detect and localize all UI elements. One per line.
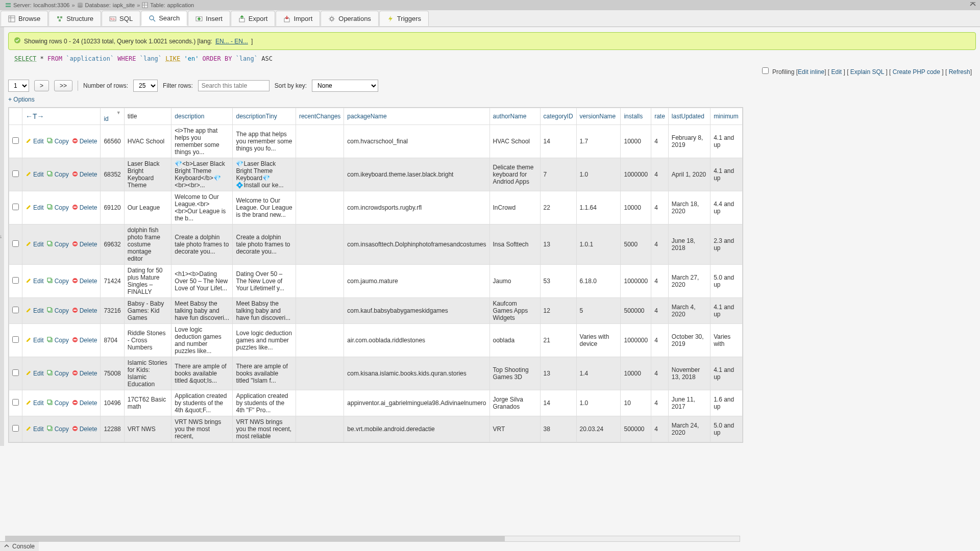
edit-inline-link[interactable]: Edit inline [798, 68, 824, 76]
cell-description[interactable]: Create a dolphin tale photo frames to de… [172, 224, 233, 265]
cell-recentChanges[interactable] [296, 357, 344, 390]
cell-lastUpdated[interactable]: March 27, 2020 [668, 265, 710, 298]
cell-lastUpdated[interactable]: February 8, 2019 [668, 125, 710, 158]
col-header-title[interactable]: title [124, 108, 172, 125]
cell-installs[interactable]: 10000 [621, 125, 651, 158]
cell-installs[interactable]: 5000 [621, 224, 651, 265]
cell-versionName[interactable]: 20.03.24 [576, 416, 621, 442]
cell-packageName[interactable]: com.jaumo.mature [344, 265, 489, 298]
cell-descriptionTiny[interactable]: Meet Babsy the talking baby and have fun… [233, 298, 296, 324]
cell-minimum[interactable]: 2.3 and up [710, 224, 743, 265]
cell-categoryID[interactable]: 53 [540, 265, 576, 298]
tab-insert[interactable]: Insert [188, 11, 230, 26]
row-checkbox[interactable] [12, 336, 19, 343]
tab-browse[interactable]: Browse [1, 11, 48, 26]
cell-rate[interactable]: 4 [651, 158, 669, 191]
cell-descriptionTiny[interactable]: Application created by students of the 4… [233, 390, 296, 416]
row-checkbox[interactable] [12, 204, 19, 210]
cell-installs[interactable]: 10000 [621, 357, 651, 390]
cell-versionName[interactable]: 1.4 [576, 357, 621, 390]
cell-installs[interactable]: 500000 [621, 416, 651, 442]
expand-nav-button[interactable]: → [0, 27, 4, 446]
cell-id[interactable]: 75008 [101, 357, 124, 390]
cell-description[interactable]: There are ample of books available title… [172, 357, 233, 390]
delete-row-link[interactable]: Delete [72, 171, 97, 179]
cell-rate[interactable]: 4 [651, 224, 669, 265]
cell-description[interactable]: Love logic deduction games and number pu… [172, 324, 233, 357]
console-toggle[interactable]: Console [0, 541, 39, 551]
tab-triggers[interactable]: Triggers [379, 11, 429, 26]
cell-lastUpdated[interactable]: November 13, 2018 [668, 357, 710, 390]
cell-installs[interactable]: 10 [621, 390, 651, 416]
cell-title[interactable]: VRT NWS [124, 416, 172, 442]
cell-descriptionTiny[interactable]: 💎Laser Black Bright Theme Keyboard💎 💠Ins… [233, 158, 296, 191]
copy-row-link[interactable]: Copy [47, 241, 69, 248]
cell-packageName[interactable]: air.com.ooblada.riddlestones [344, 324, 489, 357]
cell-authorName[interactable]: VRT [489, 416, 540, 442]
delete-row-link[interactable]: Delete [72, 204, 97, 212]
cell-descriptionTiny[interactable]: The app that helps you remember some thi… [233, 125, 296, 158]
edit-row-link[interactable]: Edit [26, 337, 44, 344]
numrows-select[interactable]: 25 [133, 80, 158, 92]
delete-row-link[interactable]: Delete [72, 399, 97, 407]
cell-title[interactable]: 17CT62 Basic math [124, 390, 172, 416]
cell-title[interactable]: Laser Black Bright Keyboard Theme [124, 158, 172, 191]
cell-title[interactable]: Riddle Stones - Cross Numbers [124, 324, 172, 357]
cell-description[interactable]: 💎<b>Laser Black Bright Theme Keyboard</b… [172, 158, 233, 191]
cell-versionName[interactable]: Varies with device [576, 324, 621, 357]
cell-versionName[interactable]: 1.0 [576, 158, 621, 191]
cell-versionName[interactable]: 1.7 [576, 125, 621, 158]
cell-categoryID[interactable]: 21 [540, 324, 576, 357]
tab-import[interactable]: Import [276, 11, 320, 26]
cell-rate[interactable]: 4 [651, 125, 669, 158]
filter-input[interactable] [198, 80, 270, 91]
cell-minimum[interactable]: 4.1 and up [710, 357, 743, 390]
cell-installs[interactable]: 10000 [621, 191, 651, 224]
cell-categoryID[interactable]: 12 [540, 298, 576, 324]
cell-authorName[interactable]: ooblada [489, 324, 540, 357]
col-header-rate[interactable]: rate [651, 108, 669, 125]
cell-id[interactable]: 10496 [101, 390, 124, 416]
sortkey-select[interactable]: None [312, 80, 378, 92]
cell-id[interactable]: 8704 [101, 324, 124, 357]
row-checkbox[interactable] [12, 277, 19, 284]
edit-row-link[interactable]: Edit [26, 138, 44, 145]
cell-authorName[interactable]: Kaufcom Games Apps Widgets [489, 298, 540, 324]
cell-descriptionTiny[interactable]: Welcome to Our League. Our League is the… [233, 191, 296, 224]
copy-row-link[interactable]: Copy [47, 370, 69, 378]
cell-description[interactable]: Meet Babsy the talking baby and have fun… [172, 298, 233, 324]
col-header-packageName[interactable]: packageName [344, 108, 489, 125]
delete-row-link[interactable]: Delete [72, 307, 97, 315]
cell-categoryID[interactable]: 13 [540, 224, 576, 265]
col-header-description[interactable]: description [172, 108, 233, 125]
cell-categoryID[interactable]: 14 [540, 390, 576, 416]
delete-row-link[interactable]: Delete [72, 337, 97, 344]
cell-rate[interactable]: 4 [651, 191, 669, 224]
toggle-width-icon[interactable]: ←T→ [26, 112, 44, 120]
delete-row-link[interactable]: Delete [72, 278, 97, 285]
refresh-link[interactable]: Refresh [949, 68, 970, 76]
cell-lastUpdated[interactable]: June 11, 2017 [668, 390, 710, 416]
cell-recentChanges[interactable] [296, 224, 344, 265]
cell-lastUpdated[interactable]: June 18, 2018 [668, 224, 710, 265]
edit-row-link[interactable]: Edit [26, 370, 44, 378]
cell-installs[interactable]: 1000000 [621, 158, 651, 191]
cell-packageName[interactable]: com.incrowdsports.rugby.rfl [344, 191, 489, 224]
cell-authorName[interactable]: Jorge Silva Granados [489, 390, 540, 416]
col-header-versionName[interactable]: versionName [576, 108, 621, 125]
cell-description[interactable]: Welcome to Our League.<br><br>Our League… [172, 191, 233, 224]
cell-packageName[interactable]: com.insasofttech.Dolphinphotoframesandco… [344, 224, 489, 265]
cell-description[interactable]: <h1><b>Dating Over 50 – The New Love of … [172, 265, 233, 298]
cell-versionName[interactable]: 1.0 [576, 390, 621, 416]
cell-title[interactable]: Dating for 50 plus Mature Singles – FINA… [124, 265, 172, 298]
breadcrumb-table[interactable]: Table: application [150, 2, 194, 8]
cell-minimum[interactable]: Varies with [710, 324, 743, 357]
cell-packageName[interactable]: com.kisana.islamic.books.kids.quran.stor… [344, 357, 489, 390]
pager-next-button[interactable]: > [34, 80, 49, 91]
col-header-id[interactable]: ▼id [101, 108, 124, 125]
col-header-categoryID[interactable]: categoryID [540, 108, 576, 125]
cell-authorName[interactable]: HVAC School [489, 125, 540, 158]
tab-search[interactable]: Search [141, 11, 187, 26]
row-checkbox[interactable] [12, 425, 19, 432]
cell-recentChanges[interactable] [296, 324, 344, 357]
